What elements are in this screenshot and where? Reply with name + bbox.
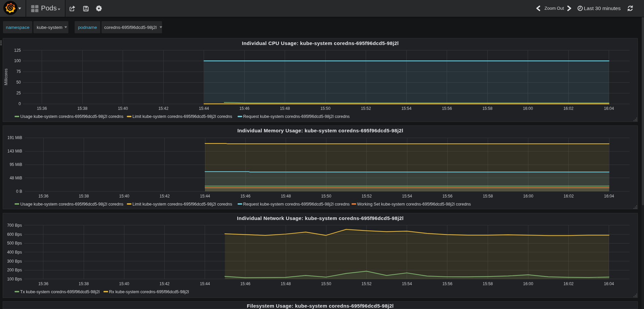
svg-text:15:52: 15:52 — [362, 194, 372, 198]
svg-text:0: 0 — [18, 101, 21, 106]
svg-text:15:52: 15:52 — [361, 281, 371, 286]
svg-text:15:44: 15:44 — [200, 281, 210, 286]
svg-text:15:42: 15:42 — [160, 194, 170, 198]
svg-text:15:46: 15:46 — [239, 106, 249, 111]
svg-text:15:54: 15:54 — [401, 106, 411, 111]
svg-text:Limit kube-system coredns-695f: Limit kube-system coredns-695f96dcd5-98j… — [132, 202, 232, 207]
svg-text:15:38: 15:38 — [79, 194, 89, 198]
svg-text:15:56: 15:56 — [442, 194, 452, 198]
svg-text:16:02: 16:02 — [563, 281, 573, 286]
svg-text:15:36: 15:36 — [38, 194, 48, 198]
svg-text:Filesystem Usage: kube-system: Filesystem Usage: kube-system coredns-69… — [247, 303, 394, 309]
svg-text:15:44: 15:44 — [199, 106, 209, 111]
svg-text:15:44: 15:44 — [200, 194, 210, 198]
svg-text:16:04: 16:04 — [604, 281, 614, 286]
svg-text:15:56: 15:56 — [442, 106, 452, 111]
svg-text:Zoom Out: Zoom Out — [545, 6, 564, 11]
svg-text:75: 75 — [16, 69, 21, 74]
svg-text:15:48: 15:48 — [281, 281, 291, 286]
svg-text:300 Bps: 300 Bps — [7, 259, 22, 264]
svg-text:16:02: 16:02 — [563, 106, 573, 111]
svg-text:kube-system: kube-system — [37, 25, 63, 30]
svg-text:16:04: 16:04 — [604, 106, 614, 111]
svg-text:15:54: 15:54 — [402, 194, 412, 198]
svg-text:15:48: 15:48 — [281, 194, 291, 198]
svg-text:16:00: 16:00 — [523, 106, 533, 111]
svg-text:Last 30 minutes: Last 30 minutes — [584, 5, 621, 11]
svg-text:15:38: 15:38 — [77, 106, 87, 111]
svg-text:15:54: 15:54 — [402, 281, 412, 286]
svg-text:15:58: 15:58 — [482, 106, 492, 111]
svg-text:15:36: 15:36 — [37, 106, 47, 111]
svg-text:15:58: 15:58 — [483, 281, 493, 286]
svg-text:15:46: 15:46 — [240, 194, 250, 198]
svg-text:143 MiB: 143 MiB — [7, 149, 22, 153]
svg-text:48 MiB: 48 MiB — [10, 176, 22, 180]
svg-text:podname: podname — [78, 25, 97, 30]
svg-text:Limit kube-system coredns-695f: Limit kube-system coredns-695f96dcd5-98j… — [132, 114, 232, 119]
svg-text:16:00: 16:00 — [523, 194, 533, 198]
svg-text:Individual CPU Usage: kube-sys: Individual CPU Usage: kube-system coredn… — [242, 40, 399, 46]
svg-text:125: 125 — [14, 48, 21, 53]
svg-text:Individual Memory Usage: kube-: Individual Memory Usage: kube-system cor… — [237, 128, 403, 133]
svg-text:15:42: 15:42 — [159, 281, 169, 286]
svg-text:Working Set kube-system coredn: Working Set kube-system coredns-695f96dc… — [357, 202, 471, 207]
svg-text:16:00: 16:00 — [523, 281, 533, 286]
svg-text:15:40: 15:40 — [119, 194, 129, 198]
svg-text:15:36: 15:36 — [38, 281, 48, 286]
svg-text:Millicores: Millicores — [4, 69, 8, 85]
svg-text:15:38: 15:38 — [79, 281, 89, 286]
svg-text:15:46: 15:46 — [240, 281, 250, 286]
svg-text:Request kube-system coredns-69: Request kube-system coredns-695f96dcd5-9… — [243, 114, 350, 119]
svg-text:200 Bps: 200 Bps — [7, 268, 22, 272]
svg-text:Request kube-system coredns-69: Request kube-system coredns-695f96dcd5-9… — [243, 202, 350, 207]
svg-text:15:40: 15:40 — [118, 106, 128, 111]
svg-text:Usage kube-system coredns-695f: Usage kube-system coredns-695f96dcd5-98j… — [21, 202, 123, 207]
svg-text:Pods: Pods — [41, 4, 57, 12]
svg-text:100 Bps: 100 Bps — [7, 277, 22, 281]
svg-text:15:50: 15:50 — [321, 194, 331, 198]
svg-text:25: 25 — [16, 91, 21, 95]
svg-text:namespace: namespace — [6, 25, 30, 30]
svg-text:15:42: 15:42 — [158, 106, 168, 111]
svg-text:700 Bps: 700 Bps — [7, 223, 22, 228]
svg-text:Tx kube-system coredns-695f96d: Tx kube-system coredns-695f96dcd5-98j2l — [20, 290, 99, 294]
svg-text:600 Bps: 600 Bps — [7, 232, 22, 237]
svg-text:15:48: 15:48 — [280, 106, 290, 111]
svg-text:15:40: 15:40 — [119, 281, 129, 286]
svg-text:95 MiB: 95 MiB — [10, 162, 22, 167]
svg-text:100: 100 — [14, 58, 21, 63]
svg-text:50: 50 — [16, 80, 21, 85]
svg-text:15:50: 15:50 — [321, 281, 331, 286]
svg-text:coredns-695f96dcd5-98j2l: coredns-695f96dcd5-98j2l — [104, 25, 157, 30]
svg-text:Usage kube-system coredns-695f: Usage kube-system coredns-695f96dcd5-98j… — [21, 114, 123, 119]
svg-text:191 MiB: 191 MiB — [7, 135, 22, 140]
svg-text:500 Bps: 500 Bps — [7, 241, 22, 246]
svg-text:16:04: 16:04 — [604, 194, 614, 198]
svg-text:15:58: 15:58 — [483, 194, 493, 198]
svg-text:15:50: 15:50 — [320, 106, 330, 111]
svg-text:400 Bps: 400 Bps — [7, 250, 22, 255]
svg-text:Rx kube-system coredns-695f96d: Rx kube-system coredns-695f96dcd5-98j2l — [109, 290, 189, 294]
svg-text:15:52: 15:52 — [361, 106, 371, 111]
svg-text:16:02: 16:02 — [564, 194, 574, 198]
svg-text:15:56: 15:56 — [442, 281, 452, 286]
svg-text:0 B: 0 B — [16, 189, 22, 194]
svg-text:Individual Network Usage: kube: Individual Network Usage: kube-system co… — [237, 215, 404, 221]
